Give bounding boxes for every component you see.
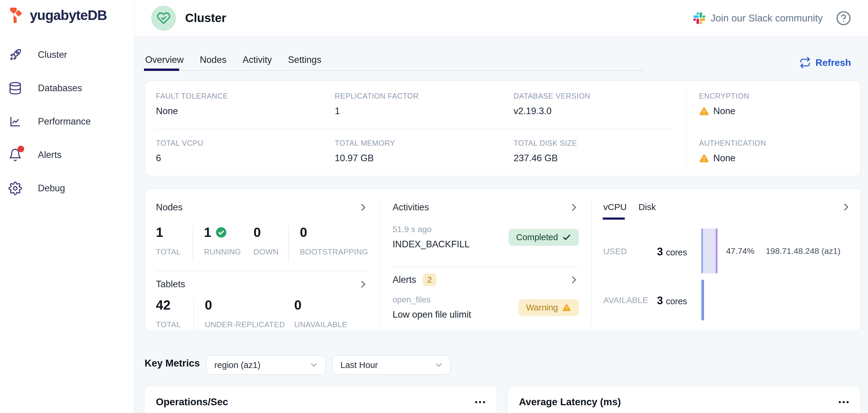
stat-divider [193,298,194,331]
status-badge-warning: Warning [518,299,579,316]
stat-label: REPLICATION FACTOR [335,92,419,100]
alert-row[interactable]: open_files Low open file ulimit Warning [393,295,579,320]
more-menu-icon[interactable] [839,398,848,406]
panel-divider [156,271,368,271]
resources-section: vCPU Disk USED 3cores 47.74% 198.71.48.2… [591,189,862,332]
status-badge-completed: Completed [508,229,579,246]
active-resource-tab-underline [603,218,625,220]
available-value: 3cores [657,294,687,307]
sidebar-item-cluster[interactable]: Cluster [0,38,134,71]
total-memory-stat: TOTAL MEMORY 10.97 GB [335,139,395,164]
page-title: Cluster [185,11,226,25]
alerts-count-badge: 2 [423,274,436,286]
chevron-down-icon [434,360,443,370]
chevron-right-icon[interactable] [358,202,368,213]
key-metrics-title: Key Metrics [145,357,200,369]
available-vcpu-bar [702,280,704,320]
time-range-select[interactable]: Last Hour [332,355,451,375]
sidebar-item-performance[interactable]: Performance [0,105,134,138]
nodes-total: 1 TOTAL [156,225,192,262]
available-label: AVAILABLE [603,295,648,305]
stats-vertical-divider [686,89,687,169]
tablets-stats: 42 TOTAL 0 UNDER-REPLICATED 0 UNAVAILABL… [156,297,368,331]
latency-chart-title: Average Latency (ms) [519,396,621,408]
stat-label: ENCRYPTION [699,92,749,100]
slack-icon [693,12,705,24]
tab-disk[interactable]: Disk [639,202,656,212]
chevron-down-icon [309,360,319,370]
activity-row[interactable]: 51.9 s ago INDEX_BACKFILL Completed [393,225,579,250]
stat-value: None [156,106,228,117]
nodes-bootstrapping: 0 BOOTSTRAPPING [300,225,368,262]
stat-value: v2.19.3.0 [514,106,590,117]
refresh-button[interactable]: Refresh [800,57,851,68]
region-select[interactable]: region (az1) [206,355,326,375]
tab-bar: Overview Nodes Activity Settings Refresh [135,37,868,75]
slack-community-link[interactable]: Join our Slack community [693,12,823,24]
tab-vcpu[interactable]: vCPU [603,202,626,212]
alert-name: open_files [393,295,471,305]
chevron-right-icon[interactable] [358,279,368,289]
rocket-icon [8,48,22,62]
sidebar-item-label: Performance [38,116,91,127]
used-value: 3cores [657,246,687,258]
nodes-tablets-section: Nodes 1 TOTAL 1 [145,189,380,332]
alert-indicator-dot [18,146,24,152]
sidebar-item-databases[interactable]: Databases [0,71,134,105]
stat-value: None [713,106,735,117]
sidebar-item-debug[interactable]: Debug [0,172,134,205]
database-icon [8,81,22,95]
chevron-right-icon[interactable] [569,202,579,213]
database-version-stat: DATABASE VERSION v2.19.3.0 [514,92,590,117]
chevron-right-icon[interactable] [841,202,851,212]
page-header: Cluster Join our Slack community [135,0,868,37]
used-node-address: 198.71.48.248 (az1) [766,247,841,256]
stat-label: FAULT TOLERANCE [156,92,228,100]
chevron-right-icon[interactable] [569,275,579,285]
bell-icon [8,148,22,162]
activity-name: INDEX_BACKFILL [393,239,469,250]
stat-value: 6 [156,153,203,164]
tablets-unavailable: 0 UNAVAILABLE [294,297,347,331]
stat-label: TOTAL MEMORY [335,139,395,148]
warning-triangle-icon [699,106,709,116]
stat-label: TOTAL DISK SIZE [514,139,577,148]
authentication-stat: AUTHENTICATION None [699,139,766,164]
tab-nodes[interactable]: Nodes [199,55,227,65]
stat-value: None [713,153,735,164]
stat-label: TOTAL VCPU [156,139,203,148]
time-range-select-value: Last Hour [340,360,378,370]
help-icon[interactable] [836,10,851,26]
alerts-title: Alerts [393,275,416,285]
cluster-summary-card: FAULT TOLERANCE None REPLICATION FACTOR … [145,81,861,177]
stat-value: 10.97 GB [335,153,395,164]
refresh-icon [800,57,811,68]
sidebar-item-label: Debug [38,183,65,194]
tablets-under-replicated: 0 UNDER-REPLICATED [205,297,294,331]
tab-overview[interactable]: Overview [145,55,184,65]
total-disk-stat: TOTAL DISK SIZE 237.46 GB [514,139,577,164]
sidebar-item-label: Databases [38,83,82,94]
stat-divider [192,226,193,262]
brand-name: yugabyteDB [30,7,107,23]
nodes-down: 0 DOWN [254,225,288,262]
nodes-title: Nodes [156,202,183,213]
stat-label: DATABASE VERSION [514,92,590,100]
panel-divider [393,266,579,267]
used-percent: 47.74% [726,247,754,256]
active-tab-underline [144,68,179,71]
stat-label: AUTHENTICATION [699,139,766,148]
activities-alerts-section: Activities 51.9 s ago INDEX_BACKFILL Com… [380,189,591,332]
tablets-total: 42 TOTAL [156,297,193,331]
stat-divider [288,226,289,262]
more-menu-icon[interactable] [475,398,485,406]
activity-time: 51.9 s ago [393,225,469,234]
stat-value: 1 [335,106,419,117]
check-circle-icon [216,227,227,238]
sidebar-item-label: Cluster [38,50,67,60]
sidebar-item-alerts[interactable]: Alerts [0,138,134,172]
tab-activity[interactable]: Activity [242,55,273,65]
stats-divider [156,129,675,129]
warning-triangle-icon [699,153,709,163]
tab-settings[interactable]: Settings [287,55,322,65]
